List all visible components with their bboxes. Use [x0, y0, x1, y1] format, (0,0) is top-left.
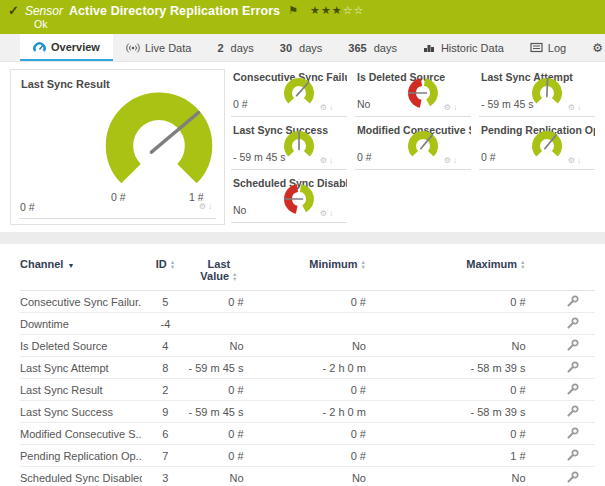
cell-channel[interactable]: Is Deleted Source [20, 335, 142, 357]
channel-gauge[interactable] [279, 180, 319, 218]
main-gauge-panel[interactable]: Last Sync Result 0 # 1 # 0 # ⚙↓ [10, 69, 225, 225]
cell-channel[interactable]: Last Sync Attempt [20, 357, 142, 379]
cell-channel[interactable]: Modified Consecutive S... [20, 423, 142, 445]
table-row[interactable]: Scheduled Sync Disabled 3 No No No [20, 467, 595, 486]
channel-gauge[interactable] [403, 127, 443, 165]
gauge-download-icon[interactable]: ↓ [329, 156, 335, 165]
table-row[interactable]: Consecutive Sync Failur... 5 0 # 0 # 0 # [20, 291, 595, 313]
gauge-gear-icon[interactable]: ⚙ [320, 156, 329, 165]
gauge-download-icon[interactable]: ↓ [453, 103, 459, 112]
channel-settings-icon[interactable] [566, 405, 579, 418]
cell-channel[interactable]: Downtime [20, 313, 142, 335]
column-header-last-value[interactable]: Last Value▲▼ [188, 248, 249, 291]
tab-settings[interactable]: ⚙ Settings [579, 34, 605, 61]
tab-30-days[interactable]: 30days [267, 34, 336, 61]
cell-minimum: No [250, 467, 372, 486]
cell-minimum [250, 313, 372, 335]
gauge-tile[interactable]: Consecutive Sync Failures 0 # ⚙↓ [231, 69, 347, 117]
cell-channel[interactable]: Consecutive Sync Failur... [20, 291, 142, 313]
channel-table-section: Channel▼ ID▲▼ Last Value▲▼ Minimum▲▼ Max… [0, 244, 605, 486]
cell-channel[interactable]: Last Sync Success [20, 401, 142, 423]
channel-settings-icon[interactable] [566, 317, 579, 330]
priority-stars[interactable]: ★★★☆☆ [310, 4, 364, 17]
table-row[interactable]: Modified Consecutive S... 6 0 # 0 # 0 # [20, 423, 595, 445]
column-header-channel[interactable]: Channel▼ [20, 248, 142, 291]
flag-icon: ⚑ [288, 4, 298, 17]
gauge-gear-icon[interactable]: ⚙ [320, 103, 329, 112]
cell-minimum: - 2 h 0 m [250, 401, 372, 423]
gauge-download-icon[interactable]: ↓ [577, 103, 583, 112]
tab-2-days[interactable]: 2days [204, 34, 266, 61]
channel-gauge[interactable] [403, 74, 443, 112]
table-row[interactable]: Last Sync Result 2 0 # 0 # 0 # [20, 379, 595, 401]
gauge-gear-icon[interactable]: ⚙ [444, 103, 453, 112]
channel-settings-icon[interactable] [566, 295, 579, 308]
channel-gauge[interactable] [279, 74, 319, 112]
cell-last-value [188, 313, 249, 335]
section-divider [0, 232, 605, 244]
cell-channel[interactable]: Last Sync Result [20, 379, 142, 401]
cell-id: 9 [142, 401, 188, 423]
broadcast-icon [126, 42, 140, 54]
cell-channel[interactable]: Pending Replication Op... [20, 445, 142, 467]
gauge-tile[interactable]: Scheduled Sync Disabled No ⚙↓ [231, 175, 347, 223]
table-row[interactable]: Pending Replication Op... 7 0 # 0 # 1 # [20, 445, 595, 467]
cell-channel[interactable]: Scheduled Sync Disabled [20, 467, 142, 486]
gauge-scale-min: 0 # [111, 191, 126, 203]
gauge-tile[interactable]: Modified Consecutive Sync F... 0 # ⚙↓ [355, 122, 471, 170]
table-row[interactable]: Is Deleted Source 4 No No No [20, 335, 595, 357]
tab-live-data[interactable]: Live Data [113, 34, 204, 61]
tab-bar: Overview Live Data 2days 30days 365days … [0, 34, 605, 62]
gauge-tile[interactable]: Pending Replication Operatio... 0 # ⚙↓ [479, 122, 595, 170]
cell-minimum: 0 # [250, 291, 372, 313]
gauge-gear-icon[interactable]: ⚙ [568, 103, 577, 112]
cell-id: 5 [142, 291, 188, 313]
gauge-download-icon[interactable]: ↓ [577, 156, 583, 165]
gauge-tile-value: 0 # [481, 151, 496, 163]
gauge-download-icon[interactable]: ↓ [329, 209, 335, 218]
gear-icon: ⚙ [592, 42, 603, 54]
gauge-tile[interactable]: Last Sync Success - 59 m 45 s ⚙↓ [231, 122, 347, 170]
channel-settings-icon[interactable] [566, 471, 579, 484]
gauge-gear-icon[interactable]: ⚙ [199, 202, 208, 211]
channel-settings-icon[interactable] [566, 449, 579, 462]
channel-settings-icon[interactable] [566, 427, 579, 440]
sort-icon: ▲▼ [361, 260, 366, 270]
table-row[interactable]: Last Sync Attempt 8 - 59 m 45 s - 2 h 0 … [20, 357, 595, 379]
column-header-id[interactable]: ID▲▼ [142, 248, 188, 291]
stars-empty[interactable]: ☆☆ [343, 4, 365, 16]
column-header-minimum[interactable]: Minimum▲▼ [250, 248, 372, 291]
cell-maximum: - 58 m 39 s [372, 357, 532, 379]
cell-last-value: - 59 m 45 s [188, 357, 249, 379]
channel-gauge[interactable] [527, 127, 567, 165]
column-header-maximum[interactable]: Maximum▲▼ [372, 248, 532, 291]
gauge-gear-icon[interactable]: ⚙ [568, 156, 577, 165]
table-row[interactable]: Last Sync Success 9 - 59 m 45 s - 2 h 0 … [20, 401, 595, 423]
sort-desc-icon: ▼ [67, 262, 74, 269]
tab-overview[interactable]: Overview [20, 34, 113, 61]
gauge-tile[interactable]: Last Sync Attempt - 59 m 45 s ⚙↓ [479, 69, 595, 117]
channel-settings-icon[interactable] [566, 339, 579, 352]
tab-365-days[interactable]: 365days [335, 34, 410, 61]
object-kind-label: Sensor [25, 4, 63, 18]
gauge-gear-icon[interactable]: ⚙ [320, 209, 329, 218]
cell-maximum: No [372, 335, 532, 357]
stars-filled[interactable]: ★★★ [310, 4, 343, 16]
sort-icon: ▲▼ [520, 260, 525, 270]
gauge-tile-value: No [233, 204, 246, 216]
tab-log[interactable]: Log [517, 34, 579, 61]
gauge-download-icon[interactable]: ↓ [208, 202, 214, 211]
gauge-download-icon[interactable]: ↓ [329, 103, 335, 112]
cell-last-value: No [188, 467, 249, 486]
gauge-tile[interactable]: Is Deleted Source No ⚙↓ [355, 69, 471, 117]
channel-table: Channel▼ ID▲▼ Last Value▲▼ Minimum▲▼ Max… [20, 248, 595, 486]
gauge-gear-icon[interactable]: ⚙ [444, 156, 453, 165]
channel-settings-icon[interactable] [566, 383, 579, 396]
main-gauge[interactable] [93, 82, 225, 202]
page-title: Active Directory Replication Errors [69, 4, 280, 18]
channel-settings-icon[interactable] [566, 361, 579, 374]
cell-id: 8 [142, 357, 188, 379]
table-row[interactable]: Downtime -4 [20, 313, 595, 335]
tab-historic-data[interactable]: Historic Data [410, 34, 517, 61]
gauge-download-icon[interactable]: ↓ [453, 156, 459, 165]
